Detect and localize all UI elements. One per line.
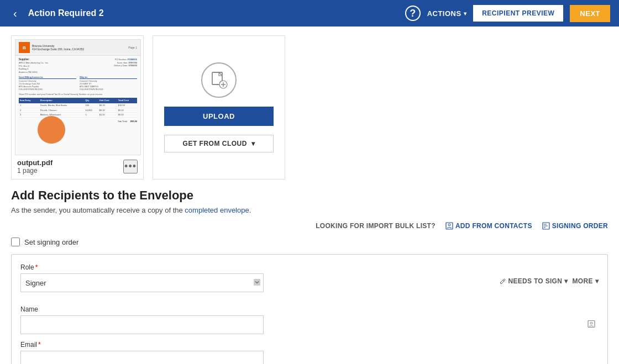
- email-field-group: Email*: [20, 341, 599, 364]
- completed-envelope-link[interactable]: completed envelope: [185, 206, 249, 214]
- recipients-title: Add Recipients to the Envelope: [11, 188, 608, 203]
- upload-doc-icon: [209, 70, 229, 90]
- signing-order-icon: [542, 222, 550, 230]
- name-contact-button[interactable]: [587, 320, 595, 330]
- pdf-menu-button[interactable]: •••: [123, 160, 138, 173]
- needs-to-sign-button[interactable]: NEEDS TO SIGN ▾: [499, 277, 568, 285]
- signing-order-button[interactable]: SIGNING ORDER: [542, 222, 608, 230]
- name-field-group: Name: [20, 305, 599, 334]
- pdf-pages: 1 page: [17, 167, 53, 175]
- needs-to-sign-chevron-icon: ▾: [564, 277, 568, 285]
- signing-order-label[interactable]: Set signing order: [24, 238, 78, 246]
- name-input-wrap: [20, 315, 599, 334]
- role-input-wrap: [20, 273, 264, 292]
- contact-icon: [445, 222, 453, 230]
- pdf-preview-image: B Brianna University414 Exchange Suite 2…: [15, 39, 141, 155]
- get-from-cloud-button[interactable]: GET FROM CLOUD ▾: [164, 135, 274, 152]
- back-button[interactable]: ‹: [9, 5, 22, 22]
- pdf-logo: B: [19, 42, 30, 53]
- pdf-thumbnail: B Brianna University414 Exchange Suite 2…: [11, 35, 144, 180]
- email-label: Email*: [20, 341, 599, 349]
- role-dropdown-button[interactable]: [254, 278, 260, 287]
- actions-chevron-icon: ▾: [464, 10, 467, 17]
- next-button[interactable]: NEXT: [570, 5, 610, 22]
- role-dropdown-icon: [254, 279, 260, 286]
- help-button[interactable]: ?: [405, 6, 421, 21]
- pdf-footer: output.pdf 1 page •••: [15, 155, 140, 176]
- header: ‹ Action Required 2 ? ACTIONS ▾ RECIPIEN…: [0, 0, 619, 27]
- email-input-wrap: [20, 351, 599, 364]
- name-label: Name: [20, 305, 599, 313]
- svg-point-6: [448, 224, 450, 226]
- actions-button[interactable]: ACTIONS ▾: [427, 9, 467, 18]
- role-field-group: Role*: [20, 263, 264, 292]
- svg-rect-11: [254, 279, 260, 286]
- name-input[interactable]: [20, 315, 264, 334]
- pen-icon: [499, 278, 506, 284]
- pdf-body: Supplier: ARCO Manufacturing Co., Inc.P.…: [15, 56, 140, 125]
- more-chevron-icon: ▾: [595, 277, 599, 285]
- recipient-card-top: Role*: [20, 263, 599, 299]
- email-input[interactable]: [20, 351, 264, 364]
- pdf-page-num: Page 1: [128, 46, 137, 49]
- role-label: Role*: [20, 263, 264, 271]
- recipients-top-bar: LOOKING FOR IMPORT BULK LIST? ADD FROM C…: [11, 222, 608, 230]
- header-title: Action Required 2: [28, 8, 398, 18]
- role-input[interactable]: [20, 273, 264, 292]
- recipients-section: Add Recipients to the Envelope As the se…: [0, 188, 619, 364]
- upload-panel: UPLOAD GET FROM CLOUD ▾: [153, 35, 285, 180]
- recipient-card: Role*: [11, 254, 608, 364]
- signing-order-checkbox-row: Set signing order: [11, 238, 608, 246]
- get-from-cloud-chevron-icon: ▾: [251, 140, 255, 147]
- upload-icon-circle: [201, 62, 237, 98]
- action-row: NEEDS TO SIGN ▾ MORE ▾: [499, 277, 599, 285]
- add-from-contacts-button[interactable]: ADD FROM CONTACTS: [445, 222, 532, 230]
- recipient-preview-button[interactable]: RECIPIENT PREVIEW: [473, 5, 563, 22]
- main-content: B Brianna University414 Exchange Suite 2…: [0, 27, 619, 188]
- upload-button[interactable]: UPLOAD: [164, 107, 274, 126]
- pdf-orange-circle: [38, 116, 65, 144]
- pdf-filename: output.pdf: [17, 159, 53, 167]
- pdf-university-name: Brianna University414 Exchange Suite 200…: [32, 44, 84, 51]
- bulk-import-text: LOOKING FOR IMPORT BULK LIST?: [316, 222, 436, 230]
- more-button[interactable]: MORE ▾: [572, 277, 599, 285]
- svg-point-13: [590, 322, 592, 324]
- name-contact-icon: [587, 320, 595, 328]
- recipients-subtitle: As the sender, you automatically receive…: [11, 206, 608, 214]
- signing-order-checkbox[interactable]: [11, 238, 20, 246]
